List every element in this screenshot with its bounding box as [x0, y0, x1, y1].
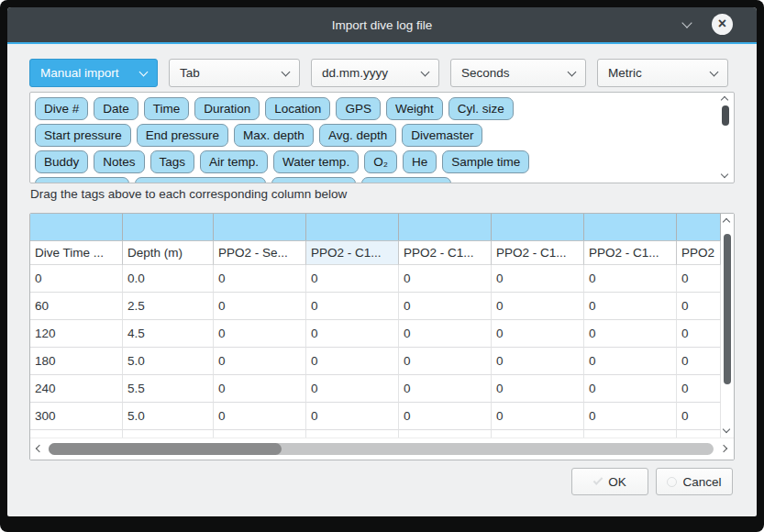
table-cell: 4.5 — [123, 320, 214, 348]
drop-target-cell[interactable] — [214, 214, 306, 240]
drop-target-cell[interactable] — [492, 214, 584, 240]
tag-sample-time[interactable]: Sample time — [442, 150, 529, 173]
tag-start-pressure[interactable]: Start pressure — [35, 124, 131, 147]
table-cell: 0 — [214, 293, 306, 320]
table-cell: 0 — [214, 265, 306, 293]
column-header-row: Dive Time ...Depth (m)PPO2 - Se...PPO2 -… — [30, 241, 721, 265]
tag-air-temp[interactable]: Air temp. — [200, 150, 268, 173]
table-cell: 300 — [30, 403, 123, 430]
tag-water-temp[interactable]: Water temp. — [273, 150, 359, 173]
column-header: PPO2 - C1... — [584, 241, 677, 265]
table-cell: 0 — [399, 348, 492, 375]
table-cell: 0 — [584, 265, 677, 293]
ok-button[interactable]: OK — [571, 468, 648, 495]
table-cell: 0 — [306, 320, 399, 348]
scrollbar-track[interactable] — [49, 443, 714, 455]
chevron-down-icon — [681, 17, 692, 28]
table-cell: 0 — [306, 348, 399, 375]
tag-row: Sample depthSample temperatureSample pO₂… — [35, 177, 715, 183]
drop-target-cell[interactable] — [123, 214, 214, 240]
chevron-up-icon[interactable] — [723, 218, 730, 226]
table-cell: 0 — [492, 375, 584, 403]
chevron-left-icon[interactable] — [36, 445, 43, 452]
chevron-right-icon[interactable] — [720, 445, 727, 452]
close-button[interactable]: × — [712, 14, 733, 35]
tag-sample-temperature[interactable]: Sample temperature — [135, 177, 265, 183]
tag-gps[interactable]: GPS — [336, 97, 381, 120]
combo-label: dd.mm.yyyy — [322, 66, 388, 80]
tag-sample-depth[interactable]: Sample depth — [35, 177, 129, 183]
table-cell: 0 — [399, 320, 492, 348]
tag-divemaster[interactable]: Divemaster — [402, 124, 482, 147]
tag-o[interactable]: O₂ — [364, 150, 397, 173]
screen: Import dive log file × Manual importTabd… — [0, 0, 764, 532]
tag-cyl-size[interactable]: Cyl. size — [448, 97, 514, 120]
combo-label: Manual import — [40, 66, 119, 80]
scrollbar-thumb[interactable] — [724, 234, 731, 384]
drop-zone-row — [30, 214, 721, 241]
chevron-up-icon[interactable] — [721, 96, 728, 104]
tag-location[interactable]: Location — [265, 97, 330, 120]
table-cell: 0 — [30, 265, 123, 293]
drop-target-cell[interactable] — [306, 214, 399, 240]
tag-sample-po[interactable]: Sample pO₂ — [271, 177, 357, 183]
format-toolbar: Manual importTabdd.mm.yyyySecondsMetric — [29, 59, 735, 87]
table-cell — [123, 430, 214, 438]
combo-dd-mm-yyyy[interactable]: dd.mm.yyyy — [311, 59, 439, 87]
table-cell — [30, 430, 123, 438]
table-body: 00.0000000602.50000001204.50000001805.00… — [30, 265, 734, 430]
tag-max-depth[interactable]: Max. depth — [234, 124, 314, 147]
cancel-button-label: Cancel — [682, 475, 721, 489]
vertical-scrollbar[interactable] — [721, 214, 734, 438]
tag-weight[interactable]: Weight — [386, 97, 443, 120]
tag-date[interactable]: Date — [94, 97, 138, 120]
drop-target-cell[interactable] — [399, 214, 492, 240]
table-cell: 0 — [492, 403, 584, 430]
table-cell: 60 — [30, 293, 123, 320]
chevron-down-icon[interactable] — [723, 426, 730, 433]
scrollbar-thumb[interactable] — [722, 105, 729, 126]
clipped-table-row — [30, 430, 721, 438]
chevron-down-icon[interactable] — [721, 171, 728, 178]
tag-sample-cns[interactable]: Sample CNS — [361, 177, 451, 183]
tag-notes[interactable]: Notes — [94, 150, 144, 173]
tag-time[interactable]: Time — [144, 97, 190, 120]
combo-metric[interactable]: Metric — [597, 59, 728, 87]
shade-button[interactable] — [680, 18, 694, 31]
table-cell: 0 — [306, 403, 399, 430]
table-cell: 0 — [492, 293, 584, 320]
combo-manual-import[interactable]: Manual import — [29, 59, 158, 87]
tag-avg-depth[interactable]: Avg. depth — [319, 124, 396, 147]
column-header: Dive Time ... — [30, 241, 123, 265]
tag-tags[interactable]: Tags — [150, 150, 195, 173]
table-cell: 0 — [584, 375, 677, 403]
cancel-button[interactable]: Cancel — [656, 468, 733, 495]
column-header: Depth (m) — [123, 241, 214, 265]
table-cell: 0.0 — [123, 265, 214, 293]
horizontal-scrollbar[interactable] — [30, 438, 734, 460]
drop-target-cell[interactable] — [30, 214, 123, 240]
tag-buddy[interactable]: Buddy — [35, 150, 88, 173]
scrollbar-thumb[interactable] — [49, 443, 282, 455]
combo-seconds[interactable]: Seconds — [450, 59, 586, 87]
table-cell: 0 — [214, 375, 306, 403]
drop-target-cell[interactable] — [677, 214, 721, 240]
table-cell: 0 — [214, 320, 306, 348]
table-cell — [399, 430, 492, 438]
combo-tab[interactable]: Tab — [169, 59, 300, 87]
tag-dive[interactable]: Dive # — [35, 97, 88, 120]
tag-end-pressure[interactable]: End pressure — [137, 124, 228, 147]
dialog-buttons: OK Cancel — [571, 468, 733, 495]
table-cell: 240 — [30, 375, 123, 403]
table-cell: 0 — [399, 375, 492, 403]
titlebar[interactable]: Import dive log file — [7, 7, 757, 42]
table-row: 602.5000000 — [30, 293, 721, 320]
tags-scrollbar[interactable] — [719, 94, 732, 181]
table-row: 2405.5000000 — [30, 375, 721, 403]
table-cell — [306, 430, 399, 438]
drop-target-cell[interactable] — [584, 214, 677, 240]
table-cell: 120 — [30, 320, 123, 348]
tag-he[interactable]: He — [403, 150, 437, 173]
table-row: 1805.0000000 — [30, 348, 721, 375]
tag-duration[interactable]: Duration — [194, 97, 260, 120]
